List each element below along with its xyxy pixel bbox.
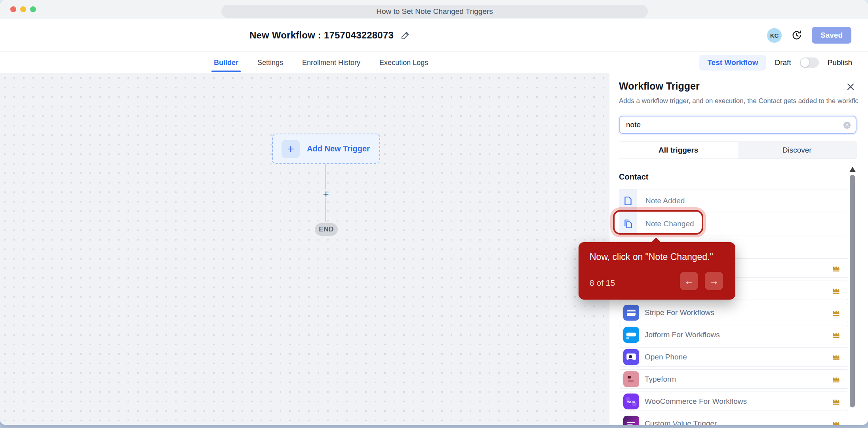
- trigger-tabs: All triggersDiscover: [619, 141, 857, 159]
- jotform-icon: [623, 327, 639, 343]
- workflow-title: New Workflow : 1757043228073: [249, 30, 394, 41]
- clear-search-icon[interactable]: [843, 122, 851, 129]
- openphone-icon: [623, 349, 639, 365]
- history-icon[interactable]: [791, 30, 802, 41]
- insert-step-button[interactable]: +: [321, 189, 331, 199]
- draft-label: Draft: [775, 58, 791, 67]
- browser-titlebar: How to Set Note Changed Triggers: [0, 0, 868, 19]
- premium-crown-icon: [832, 353, 841, 361]
- maximize-window-icon[interactable]: [30, 6, 36, 12]
- premium-crown-icon: [832, 419, 841, 425]
- trigger-item-label: Note Changed: [645, 220, 694, 228]
- scrollbar-thumb[interactable]: [850, 175, 855, 407]
- svg-text:WOO: WOO: [627, 400, 636, 404]
- tab-enrollment-history[interactable]: Enrollment History: [302, 52, 360, 73]
- app-window: How to Set Note Changed Triggers New Wor…: [0, 0, 868, 425]
- tour-popup: Now, click on "Note Changed." 8 of 15 ← …: [579, 242, 735, 300]
- nav-tabbar: BuilderSettingsEnrollment HistoryExecuti…: [0, 52, 868, 73]
- tour-message: Now, click on "Note Changed.": [590, 252, 728, 262]
- premium-crown-icon: [832, 264, 841, 273]
- panel-tab-all-triggers[interactable]: All triggers: [619, 142, 738, 159]
- publish-label: Publish: [828, 58, 852, 67]
- tab-builder[interactable]: Builder: [214, 52, 238, 73]
- tour-progress: 8 of 15: [590, 278, 615, 288]
- note-added-icon: [619, 189, 637, 212]
- end-node: END: [315, 223, 338, 236]
- trigger-item-label: Note Added: [645, 197, 685, 205]
- avatar[interactable]: KC: [767, 28, 782, 43]
- app-header: New Workflow : 1757043228073 KC Saved: [0, 19, 868, 52]
- premium-crown-icon: [832, 375, 841, 384]
- premium-crown-icon: [832, 397, 841, 406]
- trigger-item-label: Stripe For Workflows: [645, 308, 714, 317]
- stripe-icon: [623, 305, 639, 321]
- edit-title-icon[interactable]: [401, 31, 410, 40]
- close-window-icon[interactable]: [10, 6, 16, 12]
- trigger-item-open-phone[interactable]: Open Phone: [619, 347, 848, 367]
- window-controls: [10, 6, 36, 12]
- close-icon[interactable]: [846, 82, 855, 92]
- tour-back-button[interactable]: ←: [680, 272, 698, 290]
- trigger-search: [619, 116, 857, 134]
- publish-toggle[interactable]: [800, 57, 819, 68]
- premium-crown-icon: [832, 286, 841, 295]
- section-title: Contact: [619, 172, 648, 182]
- workflow-canvas[interactable]: + Add New Trigger + END: [0, 73, 609, 425]
- trigger-item-label: Typeform: [645, 375, 676, 384]
- typeform-icon: [623, 371, 639, 387]
- trigger-item-label: Open Phone: [645, 353, 687, 361]
- panel-title: Workflow Trigger: [619, 80, 700, 92]
- test-workflow-button[interactable]: Test Workflow: [699, 55, 766, 71]
- connector-line: [326, 164, 326, 189]
- trigger-item-label: WooCommerce For Workflows: [645, 397, 747, 406]
- panel-tab-discover[interactable]: Discover: [738, 142, 857, 159]
- trigger-item-woocommerce-for-workflows[interactable]: WOOWooCommerce For Workflows: [619, 392, 848, 411]
- premium-crown-icon: [832, 308, 841, 317]
- trigger-item-stripe-for-workflows[interactable]: Stripe For Workflows: [619, 303, 848, 322]
- note-changed-icon: [619, 212, 637, 235]
- trigger-item-jotform-for-workflows[interactable]: Jotform For Workflows: [619, 325, 848, 344]
- add-new-trigger-label: Add New Trigger: [307, 144, 370, 153]
- save-button[interactable]: Saved: [812, 27, 851, 44]
- plus-icon: +: [282, 140, 300, 158]
- woocommerce-icon: WOO: [623, 394, 639, 409]
- search-input[interactable]: [626, 117, 840, 133]
- connector-line: [326, 198, 326, 222]
- scroll-up-icon[interactable]: [849, 167, 856, 172]
- page-title: How to Set Note Changed Triggers: [221, 5, 648, 18]
- add-new-trigger-node[interactable]: + Add New Trigger: [272, 134, 380, 164]
- tab-execution-logs[interactable]: Execution Logs: [379, 52, 428, 73]
- panel-description: Adds a workflow trigger, and on executio…: [619, 97, 858, 105]
- trigger-item-custom-value-trigger[interactable]: Custom Value Trigger: [619, 414, 848, 425]
- toggle-knob: [801, 58, 809, 67]
- minimize-window-icon[interactable]: [20, 6, 26, 12]
- trigger-item-label: Custom Value Trigger: [645, 419, 717, 425]
- premium-crown-icon: [832, 331, 841, 339]
- trigger-item-note-added[interactable]: Note Added: [619, 189, 848, 212]
- trigger-item-typeform[interactable]: Typeform: [619, 369, 848, 389]
- custom-value-icon: [623, 416, 639, 425]
- tour-next-button[interactable]: →: [705, 272, 723, 290]
- trigger-item-label: Jotform For Workflows: [645, 331, 720, 339]
- trigger-item-note-changed[interactable]: Note Changed: [619, 212, 848, 235]
- tab-settings[interactable]: Settings: [257, 52, 283, 73]
